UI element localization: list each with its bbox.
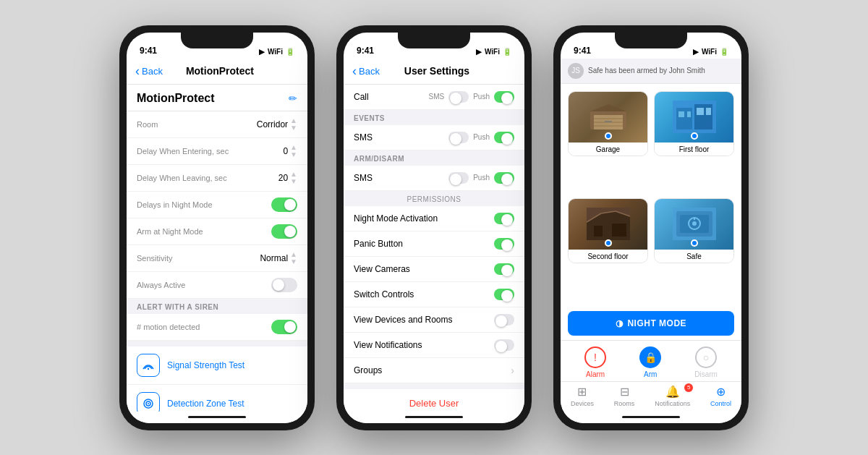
arm-toggles: Push: [448, 172, 514, 184]
events-push-toggle[interactable]: [494, 132, 514, 143]
motion-row: # motion detected: [127, 314, 307, 341]
wifi-icon-1: WiFi: [268, 48, 283, 56]
delay-enter-value: 0 ▲▼: [283, 144, 297, 158]
perm-devices-toggle[interactable]: [494, 314, 514, 326]
back-button-1[interactable]: Back: [135, 64, 163, 79]
home-bar-1: [127, 412, 307, 423]
perm-groups-row[interactable]: Groups ›: [344, 358, 524, 383]
delay-leave-label: Delay When Leaving, sec: [137, 174, 227, 182]
always-active-label: Always Active: [137, 281, 185, 289]
events-toggles: Push: [448, 132, 514, 143]
arm-night-row: Arm at Night Mode: [127, 218, 307, 245]
events-sms-row: SMS Push: [344, 125, 524, 150]
device-name: MotionProtect: [137, 92, 215, 105]
perm-cameras-toggle[interactable]: [494, 263, 514, 275]
alarm-button[interactable]: ! Alarm: [584, 346, 606, 378]
room-card-first[interactable]: First floor: [654, 91, 734, 156]
svg-rect-26: [612, 224, 626, 237]
delay-leave-row[interactable]: Delay When Leaving, sec 20 ▲▼: [127, 165, 307, 192]
arm-button[interactable]: 🔒 Arm: [639, 346, 661, 378]
perm-notifications-toggle[interactable]: [494, 339, 514, 351]
permissions-header: PERMISSIONS: [344, 191, 524, 206]
perm-devices-label: View Devices and Rooms: [354, 315, 494, 325]
phone-3: 9:41 ▶ WiFi 🔋 JS Safe has been armed by …: [553, 25, 749, 430]
notification-text: Safe has been armed by John Smith: [588, 67, 705, 75]
delay-enter-row[interactable]: Delay When Entering, sec 0 ▲▼: [127, 138, 307, 165]
events-sms-toggle[interactable]: [448, 132, 469, 143]
battery-icon-1: 🔋: [286, 48, 294, 56]
perm-controls-label: Switch Controls: [354, 289, 494, 299]
nav-title-1: MotionProtect: [163, 65, 277, 77]
night-mode-button[interactable]: ◑ NIGHT MODE: [568, 311, 734, 336]
perm-panic-toggle[interactable]: [494, 238, 514, 250]
edit-button[interactable]: ✏: [289, 93, 297, 104]
notifications-badge: 5: [684, 383, 693, 392]
tab-rooms[interactable]: ⊟ Rooms: [614, 385, 635, 407]
moon-icon: ◑: [616, 318, 624, 328]
svg-rect-18: [687, 111, 691, 117]
signal-test-row[interactable]: Signal Strength Test: [127, 346, 307, 385]
arm-push-toggle[interactable]: [494, 172, 514, 184]
sensitivity-value: Normal ▲▼: [260, 251, 297, 265]
tab-notifications[interactable]: 🔔 5 Notifications: [655, 385, 690, 407]
call-push-toggle[interactable]: [494, 91, 514, 103]
nav-bar-1: Back MotionProtect: [127, 59, 307, 85]
motion-label: # motion detected: [137, 323, 200, 331]
arm-sms-toggle[interactable]: [448, 172, 469, 184]
notification-banner: JS Safe has been armed by John Smith: [561, 59, 741, 84]
svg-point-3: [148, 403, 149, 404]
time-2: 9:41: [357, 46, 374, 56]
content-1: MotionProtect ✏ Room Corridor ▲▼ Delay W…: [127, 85, 307, 412]
motion-toggle[interactable]: [271, 320, 297, 334]
always-active-toggle[interactable]: [271, 278, 297, 292]
perm-night-toggle[interactable]: [494, 213, 514, 224]
tab-devices[interactable]: ⊞ Devices: [571, 385, 594, 407]
call-sms-toggle[interactable]: [448, 91, 469, 103]
room-row[interactable]: Room Corridor ▲▼: [127, 111, 307, 138]
push-label-call: Push: [473, 93, 490, 101]
notch-3: [615, 33, 687, 48]
tab-control[interactable]: ⊕ Control: [710, 385, 731, 407]
disarm-button[interactable]: ○ Disarm: [694, 346, 718, 378]
room-card-second[interactable]: Second floor: [568, 198, 648, 263]
home-line-1: [188, 416, 246, 418]
delete-user-button[interactable]: Delete User: [344, 389, 524, 412]
status-icons-1: ▶ WiFi 🔋: [259, 48, 294, 56]
rooms-icon: ⊟: [620, 385, 629, 399]
perm-night-row: Night Mode Activation: [344, 206, 524, 231]
wifi-icon-3: WiFi: [702, 48, 717, 56]
avatar-icon: JS: [568, 63, 584, 79]
safe-name: Safe: [655, 250, 733, 263]
tab-notifications-label: Notifications: [655, 400, 690, 407]
signal-icon-1: ▶: [259, 48, 265, 56]
garage-status-dot: [605, 132, 612, 140]
room-card-safe[interactable]: Safe: [654, 198, 734, 263]
spacer-1: [127, 341, 307, 346]
perm-panic-row: Panic Button: [344, 231, 524, 257]
sensitivity-row[interactable]: Sensitivity Normal ▲▼: [127, 245, 307, 272]
time-3: 9:41: [574, 46, 591, 56]
room-card-garage[interactable]: Garage: [568, 91, 648, 156]
tab-devices-label: Devices: [571, 400, 594, 407]
time-1: 9:41: [140, 46, 157, 56]
perm-controls-toggle[interactable]: [494, 289, 514, 300]
room-value: Corridor ▲▼: [257, 117, 297, 132]
call-label: Call: [354, 92, 429, 102]
sms-label-call: SMS: [429, 93, 445, 101]
detection-test-row[interactable]: Detection Zone Test: [127, 385, 307, 412]
disarm-icon: ○: [695, 346, 717, 368]
status-icons-3: ▶ WiFi 🔋: [693, 48, 728, 56]
phone-1: 9:41 ▶ WiFi 🔋 Back MotionProtect MotionP…: [119, 25, 315, 430]
first-status-dot: [691, 132, 698, 140]
detection-test-icon: [137, 392, 160, 412]
delays-night-toggle[interactable]: [271, 197, 297, 212]
arm-buttons: ! Alarm 🔒 Arm ○ Disarm: [568, 346, 734, 378]
perm-panic-label: Panic Button: [354, 239, 494, 249]
tab-bar: ⊞ Devices ⊟ Rooms 🔔 5 Notifications ⊕ Co…: [561, 381, 741, 412]
phone-2: 9:41 ▶ WiFi 🔋 Back User Settings Call SM…: [336, 25, 532, 430]
arm-night-toggle[interactable]: [271, 224, 297, 239]
delay-leave-value: 20 ▲▼: [278, 171, 297, 185]
back-button-2[interactable]: Back: [352, 64, 380, 79]
sensitivity-label: Sensitivity: [137, 254, 173, 263]
home-bar-2: [344, 412, 524, 423]
